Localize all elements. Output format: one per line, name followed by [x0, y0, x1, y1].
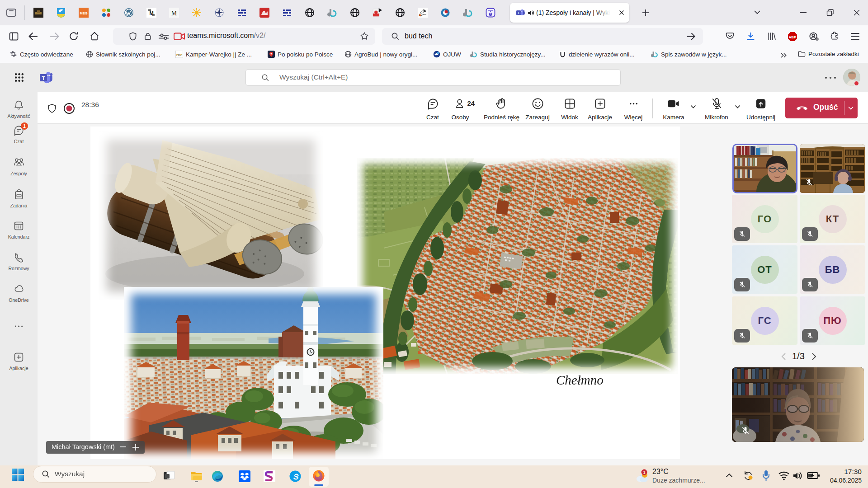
svg-text:T: T — [518, 11, 520, 15]
svg-text:ABP: ABP — [789, 35, 797, 39]
svg-text:1: 1 — [643, 470, 646, 475]
svg-text:MEG: MEG — [80, 11, 87, 15]
svg-text:M: M — [171, 10, 177, 17]
svg-text:T: T — [42, 75, 45, 81]
svg-text:PKP: PKP — [176, 53, 182, 56]
